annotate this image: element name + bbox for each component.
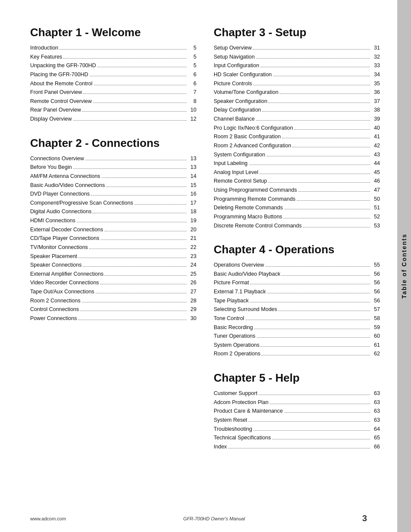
toc-page: 13 [188, 163, 196, 172]
toc-page: 12 [188, 115, 196, 124]
toc-label: Basic Audio/Video Connections [30, 181, 105, 190]
toc-page: 41 [371, 132, 380, 141]
toc-dots [278, 311, 370, 311]
chapter-1-title: Chapter 1 - Welcome [30, 26, 196, 39]
toc-dots [262, 111, 370, 112]
toc-label: Control Connections [30, 305, 79, 314]
chapter-5-title: Chapter 5 - Help [214, 371, 380, 385]
toc-label: Deleting Remote Commands [214, 203, 283, 212]
toc-dots [282, 275, 370, 276]
toc-label: Input Configuration [214, 61, 259, 70]
chapter-2-title: Chapter 2 - Connections [30, 137, 196, 150]
chapter-1-toc: Introduction5Key Features5Unpacking the … [30, 44, 196, 124]
toc-page: 25 [188, 270, 196, 279]
toc-page: 6 [188, 79, 196, 88]
toc-entry: Picture Controls35 [214, 79, 380, 88]
toc-label: Power Connections [30, 314, 77, 323]
toc-page: 51 [371, 203, 380, 212]
toc-dots [303, 227, 370, 227]
toc-label: System Operations [214, 341, 259, 350]
toc-entry: Before You Begin13 [30, 163, 196, 172]
toc-dots [284, 412, 370, 413]
toc-dots [253, 430, 370, 431]
toc-page: 33 [371, 61, 380, 70]
toc-entry: Room 2 Basic Configuration41 [214, 132, 380, 141]
toc-label: Index [214, 442, 227, 451]
toc-dots [265, 266, 370, 267]
toc-label: Tape Out/Aux Connections [30, 287, 94, 296]
toc-page: 26 [188, 278, 196, 287]
toc-entry: Component/Progressive Scan Connections17 [30, 199, 196, 208]
toc-entry: CD/Tape Player Connections21 [30, 234, 196, 243]
toc-entry: Using Preprogrammed Commands47 [214, 186, 380, 195]
toc-dots [89, 249, 187, 249]
toc-page: 16 [188, 190, 196, 199]
toc-dots [297, 200, 370, 201]
toc-dots [105, 231, 187, 231]
toc-page: 50 [371, 195, 380, 204]
toc-entry: Channel Balance39 [214, 115, 380, 124]
toc-entry: Basic Recording59 [214, 323, 380, 332]
toc-page: 38 [371, 106, 380, 115]
toc-label: Digital Audio Connections [30, 207, 91, 216]
toc-page: 44 [371, 159, 380, 168]
toc-dots [102, 177, 187, 178]
toc-label: DVD Player Connections [30, 190, 90, 199]
toc-label: Analog Input Level [214, 168, 258, 177]
toc-dots [270, 404, 370, 404]
toc-dots [267, 156, 370, 156]
toc-label: Remote Control Setup [214, 177, 267, 186]
toc-label: Volume/Tone Configuration [214, 88, 278, 97]
toc-page: 61 [371, 341, 380, 350]
toc-entry: Video Recorder Connections26 [30, 278, 196, 287]
toc-page: 56 [371, 296, 380, 305]
chapter-4-title: Chapter 4 - Operations [214, 243, 380, 256]
toc-page: 42 [371, 141, 380, 150]
toc-label: Room 2 Operations [214, 349, 260, 358]
toc-dots [249, 165, 370, 165]
toc-page: 53 [371, 221, 380, 230]
toc-entry: Adcom Protection Plan63 [214, 398, 380, 407]
chapter-3-section: Chapter 3 - Setup Setup Overview31Setup … [214, 26, 380, 230]
toc-page: 22 [188, 243, 196, 252]
toc-dots [273, 76, 370, 76]
toc-entry: External Amplifier Connections25 [30, 270, 196, 279]
toc-page: 23 [188, 252, 196, 261]
toc-entry: Tape Playback56 [214, 296, 380, 305]
toc-entry: Troubleshooting64 [214, 425, 380, 434]
toc-dots [78, 258, 187, 258]
toc-label: Room 2 Basic Configuration [214, 132, 281, 141]
toc-label: Room 2 Advanced Configuration [214, 141, 291, 150]
toc-dots [91, 195, 187, 196]
toc-page: 57 [371, 305, 380, 314]
toc-dots [253, 85, 370, 85]
toc-entry: Control Connections29 [30, 305, 196, 314]
toc-dots [272, 439, 370, 439]
toc-page: 47 [371, 186, 380, 195]
toc-dots [256, 58, 370, 59]
toc-page: 63 [371, 389, 380, 398]
toc-dots [294, 129, 370, 130]
toc-page: 37 [371, 97, 380, 106]
toc-entry: Product Care & Maintenance63 [214, 407, 380, 416]
toc-entry: Deleting Remote Commands51 [214, 203, 380, 212]
toc-page: 59 [371, 323, 380, 332]
toc-label: Introduction [30, 44, 58, 53]
footer: www.adcom.com GFR-700HD Owner's Manual 3 [0, 513, 397, 523]
toc-page: 5 [188, 53, 196, 62]
toc-entry: Speaker Placement23 [30, 252, 196, 261]
toc-dots [268, 182, 370, 183]
toc-label: Remote Control Overview [30, 97, 92, 106]
toc-page: 13 [188, 154, 196, 163]
toc-entry: System Configuration43 [214, 150, 380, 159]
toc-label: External Decoder Connections [30, 225, 103, 234]
toc-dots [59, 49, 187, 50]
toc-page: 56 [371, 287, 380, 296]
toc-label: System Reset [214, 416, 247, 425]
toc-label: Programming Remote Commands [214, 195, 296, 204]
toc-entry: Room 2 Operations62 [214, 349, 380, 358]
toc-page: 63 [371, 407, 380, 416]
toc-dots [85, 160, 187, 160]
toc-page: 58 [371, 314, 380, 323]
toc-dots [82, 302, 187, 302]
